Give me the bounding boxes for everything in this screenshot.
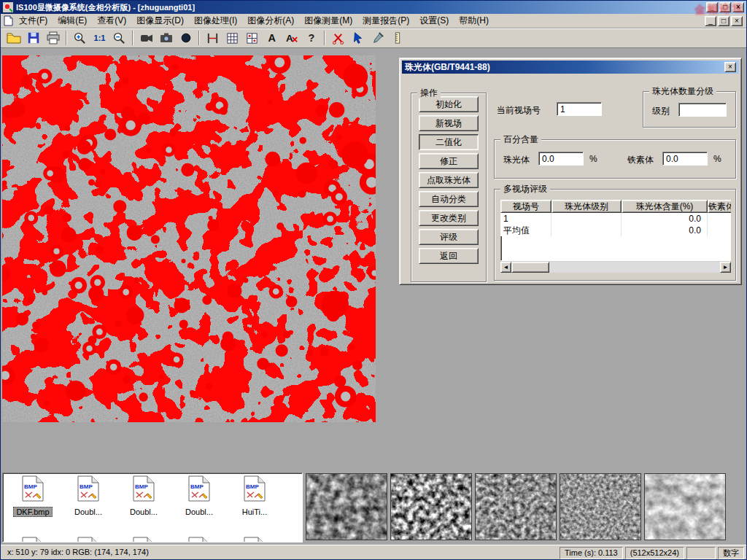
- capture-button[interactable]: [177, 30, 195, 46]
- svg-text:A: A: [268, 32, 276, 44]
- menu-view[interactable]: 查看(V): [92, 13, 131, 28]
- zoom-in-icon: [73, 31, 87, 45]
- thumbnail-1[interactable]: [306, 473, 387, 540]
- thumbnail-4[interactable]: [560, 473, 641, 540]
- header-pearlite-grade[interactable]: 珠光体级别: [551, 200, 622, 213]
- file-item-partial[interactable]: BMP: [6, 537, 60, 542]
- eyedropper-icon: [371, 31, 384, 44]
- grade-group: 珠光体数量分级 级别: [643, 91, 736, 128]
- camera-button[interactable]: [157, 30, 175, 46]
- file-item[interactable]: BMP Doubl...: [117, 475, 171, 518]
- menu-image-analysis[interactable]: 图像分析(A): [242, 13, 299, 28]
- grade-button[interactable]: 评级: [419, 229, 479, 245]
- bmp-file-icon: BMP: [77, 537, 99, 542]
- rating-table: 视场号 珠光体级别 珠光体含量(%) 铁素体含量(%) 1 0.0: [500, 200, 731, 261]
- zoom-in-button[interactable]: [71, 30, 89, 46]
- ruler-button[interactable]: [388, 30, 406, 46]
- file-item[interactable]: BMP Doubl...: [172, 475, 226, 518]
- operation-group: 操作 初始化 新视场 二值化 修正 点取珠光体 自动分类 更改类别 评级 返回: [411, 93, 487, 282]
- svg-text:BMP: BMP: [135, 483, 148, 490]
- menu-help[interactable]: 帮助(H): [454, 13, 494, 28]
- return-button[interactable]: 返回: [419, 248, 479, 264]
- file-item[interactable]: BMP HuiTi...: [228, 475, 282, 518]
- file-item[interactable]: BMP Doubl...: [61, 475, 115, 518]
- cut-button[interactable]: [329, 30, 347, 46]
- thumbnail-3[interactable]: [475, 473, 557, 540]
- table-horizontal-scrollbar[interactable]: ◄ ►: [500, 262, 731, 273]
- file-name: Doubl...: [183, 508, 215, 516]
- svg-text:?: ?: [308, 32, 314, 44]
- svg-text:BMP: BMP: [24, 483, 37, 490]
- count-button[interactable]: [243, 30, 261, 46]
- init-button[interactable]: 初始化: [419, 96, 479, 112]
- dialog-close-button[interactable]: ×: [724, 62, 736, 72]
- menu-image-measure[interactable]: 图像测量(M): [299, 13, 357, 28]
- menu-measure-report[interactable]: 测量报告(P): [357, 13, 414, 28]
- caliper-button[interactable]: [204, 30, 222, 46]
- table-row[interactable]: 1 0.0: [500, 213, 731, 225]
- pearlite-label: 珠光体: [503, 154, 530, 166]
- child-window-icon[interactable]: [3, 15, 14, 26]
- menu-file[interactable]: 文件(F): [14, 13, 53, 28]
- scroll-right-arrow[interactable]: ►: [720, 262, 731, 273]
- app-icon: [3, 2, 13, 12]
- thumbnail-2[interactable]: [390, 473, 472, 540]
- grade-input[interactable]: [678, 103, 727, 117]
- maximize-button[interactable]: □: [719, 2, 731, 12]
- close-button[interactable]: ×: [732, 2, 744, 12]
- file-item-partial[interactable]: BMP: [228, 537, 282, 542]
- toolbar-separator: [66, 31, 67, 45]
- header-field-no[interactable]: 视场号: [500, 200, 551, 213]
- print-button[interactable]: [44, 30, 62, 46]
- grid-button[interactable]: [223, 30, 241, 46]
- file-item-partial[interactable]: BMP: [172, 537, 226, 542]
- menu-edit[interactable]: 编辑(E): [53, 13, 92, 28]
- help-button[interactable]: ?: [302, 30, 320, 46]
- file-item-partial[interactable]: BMP: [61, 537, 115, 542]
- child-close-button[interactable]: ×: [731, 16, 743, 26]
- zoom-out-icon: [112, 31, 126, 45]
- child-minimize-button[interactable]: _: [705, 16, 716, 26]
- zoom-out-button[interactable]: [110, 30, 128, 46]
- svg-text:BMP: BMP: [246, 483, 259, 490]
- file-name: Doubl...: [128, 508, 160, 516]
- save-button[interactable]: [24, 30, 42, 46]
- change-class-button[interactable]: 更改类别: [419, 210, 479, 226]
- new-field-button[interactable]: 新视场: [419, 115, 479, 131]
- correct-button[interactable]: 修正: [419, 153, 479, 169]
- header-ferrite-content[interactable]: 铁素体含量(%): [708, 200, 731, 213]
- menu-image-process[interactable]: 图像处理(I): [189, 13, 242, 28]
- text-button[interactable]: A: [263, 30, 281, 46]
- ferrite-percent-input[interactable]: [662, 152, 708, 166]
- actual-size-label: 1:1: [94, 34, 106, 42]
- caliper-icon: [206, 31, 220, 45]
- pick-pearlite-button[interactable]: 点取珠光体: [419, 172, 479, 188]
- cell-grade: [551, 225, 622, 236]
- picker-button[interactable]: [368, 30, 387, 46]
- photo-camera-icon: [159, 31, 174, 45]
- pearlite-percent-input[interactable]: [538, 152, 584, 166]
- binarize-button[interactable]: 二值化: [419, 134, 479, 150]
- file-item-partial[interactable]: BMP: [117, 537, 171, 542]
- open-button[interactable]: [4, 30, 23, 46]
- minimize-button[interactable]: _: [706, 2, 718, 12]
- actual-size-button[interactable]: 1:1: [90, 30, 109, 46]
- menu-image-display[interactable]: 图像显示(D): [131, 13, 189, 28]
- thumbnail-5[interactable]: [644, 473, 726, 540]
- dialog-title-bar[interactable]: 珠光体(GB/T9441-88) ×: [402, 61, 739, 74]
- current-view-input[interactable]: [557, 102, 602, 116]
- text-delete-button[interactable]: A: [282, 30, 301, 46]
- auto-classify-button[interactable]: 自动分类: [419, 191, 479, 207]
- toolbar-separator: [324, 31, 325, 45]
- child-restore-button[interactable]: □: [718, 16, 729, 26]
- menu-settings[interactable]: 设置(S): [414, 13, 454, 28]
- micrograph-image[interactable]: [2, 55, 376, 422]
- header-pearlite-content[interactable]: 珠光体含量(%): [622, 200, 708, 213]
- video-button[interactable]: [137, 30, 155, 46]
- scroll-left-arrow[interactable]: ◄: [500, 262, 511, 273]
- pointer-button[interactable]: [349, 30, 367, 46]
- scroll-thumb[interactable]: [511, 262, 549, 273]
- file-item[interactable]: BMP DKF.bmp: [6, 475, 60, 518]
- grade-label: 级别: [652, 105, 670, 117]
- table-row[interactable]: 平均值 0.0: [500, 225, 731, 236]
